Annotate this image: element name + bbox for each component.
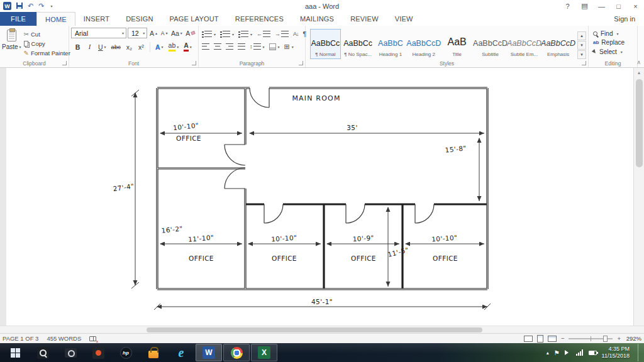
- tab-mailings[interactable]: MAILINGS: [292, 12, 342, 26]
- zoom-slider-thumb[interactable]: [603, 336, 608, 342]
- maximize-button[interactable]: □: [610, 0, 627, 12]
- copy-button[interactable]: Copy: [24, 40, 70, 47]
- style-subtle-emphasis[interactable]: AaBbCcDSubtle Em...: [508, 29, 540, 59]
- taskbar-hp-app[interactable]: hp: [113, 344, 139, 361]
- style-emphasis[interactable]: AaBbCcDEmphasis: [542, 29, 574, 59]
- cut-button[interactable]: ✂Cut: [24, 31, 70, 38]
- sign-in-link[interactable]: Sign in: [605, 12, 644, 26]
- font-color-button[interactable]: A▾: [182, 41, 193, 52]
- zoom-level[interactable]: 292%: [625, 335, 641, 342]
- multilevel-list-button[interactable]: ▾: [237, 28, 253, 40]
- increase-indent-button[interactable]: →: [274, 28, 290, 40]
- vertical-scrollbar-thumb[interactable]: [636, 79, 643, 167]
- close-button[interactable]: ×: [627, 0, 644, 12]
- align-center-button[interactable]: [213, 41, 223, 52]
- change-case-button[interactable]: Aa▾: [170, 28, 184, 38]
- volume-icon[interactable]: [565, 350, 571, 355]
- taskbar-media-app[interactable]: [85, 344, 111, 361]
- paragraph-dialog-launcher[interactable]: [299, 61, 303, 65]
- shading-button[interactable]: ▾: [268, 41, 281, 52]
- font-size-select[interactable]: 12▾: [128, 28, 147, 38]
- subscript-button[interactable]: x₂: [125, 41, 134, 52]
- redo-button[interactable]: ↷: [38, 3, 44, 9]
- word-count[interactable]: 455 WORDS: [47, 335, 81, 342]
- italic-button[interactable]: I: [85, 41, 94, 52]
- start-button[interactable]: [2, 344, 28, 361]
- find-button[interactable]: Find▾: [593, 30, 634, 37]
- taskbar-chrome[interactable]: [223, 344, 250, 361]
- tab-review[interactable]: REVIEW: [342, 12, 387, 26]
- horizontal-scrollbar[interactable]: [0, 326, 644, 333]
- superscript-button[interactable]: x²: [136, 41, 146, 52]
- tab-page-layout[interactable]: PAGE LAYOUT: [162, 12, 227, 26]
- web-layout-button[interactable]: [548, 336, 557, 342]
- strikethrough-button[interactable]: abc: [110, 41, 122, 52]
- styles-more-button[interactable]: ▾: [577, 50, 586, 59]
- tab-design[interactable]: DESIGN: [118, 12, 161, 26]
- clipboard-dialog-launcher[interactable]: [62, 61, 67, 65]
- document-page[interactable]: MAIN ROOM 10'-10" OFFICE 35' 15'-8" 27'-…: [0, 68, 633, 326]
- save-button[interactable]: [16, 3, 23, 10]
- tab-home[interactable]: HOME: [36, 12, 75, 26]
- shrink-font-button[interactable]: A▾: [160, 28, 169, 38]
- zoom-slider[interactable]: [569, 338, 613, 339]
- line-spacing-button[interactable]: ↕▾: [248, 41, 266, 52]
- text-effects-button[interactable]: A▾: [154, 41, 165, 52]
- scroll-up-arrow-icon[interactable]: ▴: [634, 68, 644, 75]
- ribbon-display-options-button[interactable]: ▤: [576, 0, 593, 12]
- select-button[interactable]: Select▾: [593, 48, 634, 55]
- taskbar-search-button[interactable]: [30, 344, 56, 361]
- justify-button[interactable]: [236, 41, 247, 52]
- font-dialog-launcher[interactable]: [192, 61, 196, 65]
- horizontal-scrollbar-thumb[interactable]: [147, 327, 482, 332]
- text-highlight-button[interactable]: ab▾: [167, 41, 180, 52]
- action-center-icon[interactable]: ⚑: [554, 349, 560, 356]
- tab-file[interactable]: FILE: [0, 12, 36, 26]
- taskbar-clock[interactable]: 4:35 PM 11/15/2018: [602, 346, 630, 360]
- tab-references[interactable]: REFERENCES: [227, 12, 292, 26]
- document-image-floorplan[interactable]: MAIN ROOM 10'-10" OFFICE 35' 15'-8" 27'-…: [0, 68, 633, 326]
- print-layout-button[interactable]: [537, 335, 543, 343]
- hidden-icons-button[interactable]: ▴: [547, 350, 549, 356]
- taskbar-store-app[interactable]: [140, 344, 167, 361]
- network-icon[interactable]: [576, 349, 584, 356]
- borders-button[interactable]: ⊞▾: [283, 41, 295, 52]
- bullets-button[interactable]: ▾: [201, 28, 217, 40]
- taskbar-camera-app[interactable]: [57, 344, 84, 361]
- help-button[interactable]: ?: [559, 0, 576, 12]
- battery-icon[interactable]: [589, 351, 597, 355]
- style-title[interactable]: AaBTitle: [441, 29, 472, 59]
- styles-scroll-down-button[interactable]: ▾: [577, 41, 586, 50]
- page-indicator[interactable]: PAGE 1 OF 3: [3, 335, 38, 342]
- minimize-button[interactable]: —: [593, 0, 610, 12]
- style-heading-1[interactable]: AaBbCHeading 1: [375, 29, 406, 59]
- bold-button[interactable]: B: [73, 41, 82, 52]
- qat-customize-button[interactable]: ▾: [50, 4, 52, 8]
- style-normal[interactable]: AaBbCc¶ Normal: [310, 29, 341, 59]
- style-subtitle[interactable]: AaBbCcDSubtitle: [474, 29, 506, 59]
- style-no-spacing[interactable]: AaBbCc¶ No Spac...: [343, 29, 374, 59]
- underline-button[interactable]: U▾: [97, 41, 108, 52]
- replace-button[interactable]: abReplace: [593, 39, 634, 46]
- collapse-ribbon-button[interactable]: ∧: [636, 59, 641, 65]
- taskbar-internet-explorer[interactable]: e: [168, 344, 194, 361]
- proofing-errors-icon[interactable]: [89, 336, 96, 341]
- tab-view[interactable]: VIEW: [387, 12, 421, 26]
- align-left-button[interactable]: [201, 41, 211, 52]
- zoom-in-button[interactable]: +: [617, 335, 621, 342]
- undo-button[interactable]: ↶: [28, 3, 33, 9]
- decrease-indent-button[interactable]: ←: [255, 28, 272, 40]
- vertical-scrollbar[interactable]: ▴: [633, 68, 644, 326]
- format-painter-button[interactable]: ✎Format Painter: [24, 50, 70, 57]
- taskbar-word[interactable]: W: [196, 344, 222, 361]
- read-mode-button[interactable]: [524, 336, 533, 342]
- font-family-select[interactable]: Arial▾: [71, 28, 126, 38]
- sort-button[interactable]: A↓: [292, 28, 300, 40]
- paste-button[interactable]: Paste▾: [2, 28, 21, 57]
- align-right-button[interactable]: [225, 41, 235, 52]
- clear-formatting-button[interactable]: A: [184, 28, 196, 38]
- grow-font-button[interactable]: A▴: [148, 28, 158, 38]
- show-desktop-button[interactable]: [638, 344, 642, 361]
- zoom-out-button[interactable]: −: [561, 335, 565, 342]
- word-app-icon[interactable]: W: [3, 2, 11, 10]
